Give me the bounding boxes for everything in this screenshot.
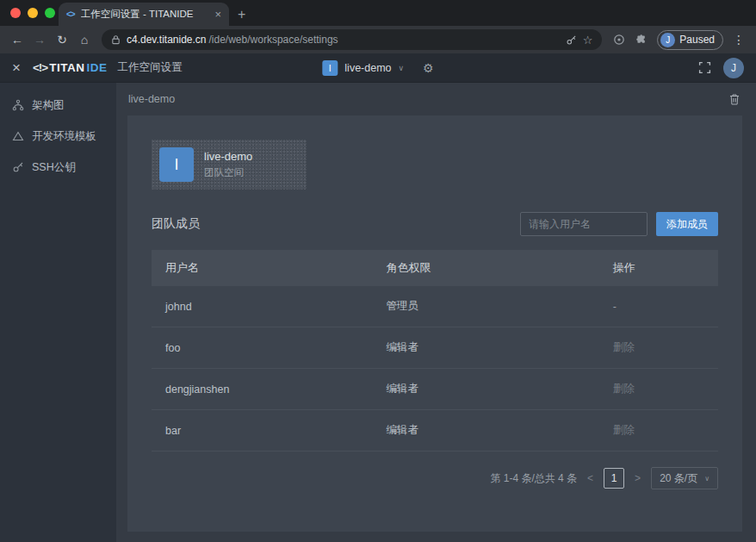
password-key-icon[interactable] <box>566 34 577 46</box>
chevron-down-icon: ∨ <box>704 475 710 483</box>
sidebar-item-label: 架构图 <box>32 98 65 113</box>
window-minimize-button[interactable] <box>28 8 38 18</box>
table-row: dengjianshen 编辑者 删除 <box>152 369 718 410</box>
sidebar-item-dev-templates[interactable]: 开发环境模板 <box>0 121 116 152</box>
profile-avatar: J <box>660 33 675 47</box>
lock-icon <box>111 34 121 45</box>
url-path: /ide/web/workspace/settings <box>209 34 338 46</box>
window-zoom-button[interactable] <box>45 8 55 18</box>
workspace-badge: l <box>322 60 338 76</box>
column-header-action: 操作 <box>599 250 718 286</box>
pagination: 第 1-4 条/总共 4 条 < 1 > 20 条/页 ∨ <box>152 467 718 489</box>
workspace-card-name: live-demo <box>204 150 252 163</box>
window-close-button[interactable] <box>10 8 21 18</box>
cell-role: 编辑者 <box>373 327 599 369</box>
add-member-button[interactable]: 添加成员 <box>656 212 718 236</box>
new-tab-button[interactable]: + <box>238 8 245 22</box>
tab-strip: <> 工作空间设置 - TITANIDE × + <box>0 0 756 26</box>
cell-role: 编辑者 <box>373 410 599 452</box>
delete-workspace-button[interactable] <box>728 93 741 106</box>
cell-username: foo <box>152 327 373 369</box>
settings-sidebar: 架构图 开发环境模板 SSH公钥 <box>0 83 116 542</box>
table-row: bar 编辑者 删除 <box>152 410 718 452</box>
fullscreen-icon[interactable] <box>698 61 711 74</box>
settings-panel: l live-demo 团队空间 团队成员 添加成员 <box>127 115 742 532</box>
browser-toolbar: ← → ↻ ⌂ c4.dev.titanide.cn /ide/web/work… <box>0 26 756 53</box>
url-domain: c4.dev.titanide.cn <box>127 34 207 46</box>
close-settings-icon[interactable]: × <box>12 60 21 75</box>
cell-username: johnd <box>152 286 373 327</box>
delete-member-link[interactable]: 删除 <box>613 341 635 353</box>
home-icon[interactable]: ⌂ <box>74 34 95 46</box>
pagination-summary: 第 1-4 条/总共 4 条 <box>490 471 577 486</box>
tab-title: 工作空间设置 - TITANIDE <box>81 8 209 21</box>
back-icon[interactable]: ← <box>7 34 28 46</box>
tab-favicon-icon: <> <box>66 9 75 19</box>
sidebar-item-ssh-keys[interactable]: SSH公钥 <box>0 152 116 183</box>
browser-menu-icon[interactable]: ⋮ <box>728 34 749 46</box>
cell-role: 编辑者 <box>373 369 599 410</box>
username-input[interactable] <box>520 212 648 236</box>
profile-paused-badge[interactable]: J Paused <box>657 30 723 50</box>
delete-member-link[interactable]: 删除 <box>613 424 635 436</box>
chevron-down-icon[interactable]: ∨ <box>399 64 405 72</box>
pagination-prev-icon[interactable]: < <box>586 472 595 484</box>
members-table: 用户名 角色权限 操作 johnd 管理员 - foo <box>152 250 718 452</box>
key-icon <box>12 161 24 173</box>
user-avatar[interactable]: J <box>723 58 744 78</box>
sidebar-item-architecture[interactable]: 架构图 <box>0 90 116 121</box>
browser-tab[interactable]: <> 工作空间设置 - TITANIDE × <box>59 3 229 26</box>
column-header-role: 角色权限 <box>373 250 599 286</box>
pagination-current-page[interactable]: 1 <box>604 468 624 489</box>
members-section-title: 团队成员 <box>152 216 200 232</box>
forward-icon[interactable]: → <box>29 34 50 46</box>
main-content: live-demo l live-demo 团队空间 团队成员 <box>116 83 756 542</box>
cell-username: dengjianshen <box>152 369 373 410</box>
logo-mark: <!> <box>33 61 47 74</box>
extensions-puzzle-icon[interactable] <box>635 34 648 46</box>
workspace-card-type: 团队空间 <box>204 166 252 179</box>
page-size-select[interactable]: 20 条/页 ∨ <box>651 467 718 489</box>
pagination-next-icon[interactable]: > <box>633 472 642 484</box>
table-row: foo 编辑者 删除 <box>152 327 718 369</box>
cell-username: bar <box>152 410 373 452</box>
workspace-switcher[interactable]: l live-demo ∨ ⚙ <box>322 60 433 76</box>
workspace-tile-badge: l <box>159 147 194 182</box>
template-icon <box>12 130 24 142</box>
tab-close-icon[interactable]: × <box>214 9 221 20</box>
table-header-row: 用户名 角色权限 操作 <box>152 250 718 286</box>
traffic-lights <box>10 8 55 18</box>
sidebar-item-label: SSH公钥 <box>32 160 76 175</box>
page-size-value: 20 条/页 <box>660 471 697 486</box>
page-title: 工作空间设置 <box>117 60 182 75</box>
table-row: johnd 管理员 - <box>152 286 718 327</box>
workspace-card: l live-demo 团队空间 <box>152 140 307 190</box>
address-bar[interactable]: c4.dev.titanide.cn /ide/web/workspace/se… <box>102 29 602 50</box>
branch-icon <box>12 99 24 111</box>
titanide-logo: <!> TITAN IDE <box>33 61 108 74</box>
column-header-username: 用户名 <box>152 250 373 286</box>
reload-icon[interactable]: ↻ <box>52 34 72 46</box>
extension-icon[interactable] <box>613 34 625 46</box>
profile-status: Paused <box>679 34 715 46</box>
delete-member-link[interactable]: 删除 <box>613 383 635 395</box>
workspace-name: live-demo <box>344 62 391 74</box>
cell-role: 管理员 <box>373 286 599 327</box>
gear-icon[interactable]: ⚙ <box>423 62 434 74</box>
cell-action: - <box>599 286 718 327</box>
breadcrumb: live-demo <box>128 93 175 105</box>
app-header: × <!> TITAN IDE 工作空间设置 l live-demo ∨ ⚙ J <box>0 53 756 83</box>
sidebar-item-label: 开发环境模板 <box>32 129 96 144</box>
bookmark-star-icon[interactable]: ☆ <box>583 34 593 46</box>
